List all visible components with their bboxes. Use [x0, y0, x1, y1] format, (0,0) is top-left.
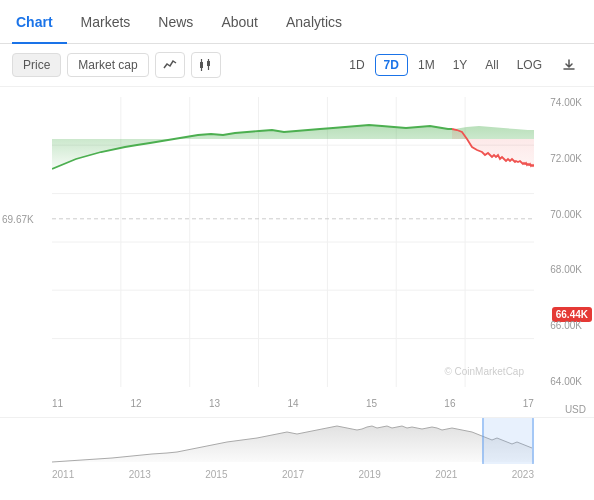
x-axis: 11 12 13 14 15 16 17 [52, 398, 534, 409]
line-chart-icon[interactable] [155, 52, 185, 78]
candle-chart-icon[interactable] [191, 52, 221, 78]
price-toggle[interactable]: Price [12, 53, 61, 77]
time-selector: 1D 7D 1M 1Y All LOG [341, 54, 550, 76]
y-axis: 74.00K 72.00K 70.00K 68.00K 66.00K 64.00… [550, 97, 586, 387]
svg-rect-3 [207, 61, 210, 66]
svg-rect-18 [482, 418, 534, 464]
nav-news[interactable]: News [144, 0, 207, 44]
time-7d[interactable]: 7D [375, 54, 408, 76]
mini-x-axis: 2011 2013 2015 2017 2019 2021 2023 [0, 467, 594, 480]
main-chart-area: 69.67K 66.44K 74.00K 72.00K 70.00K 68.00… [0, 87, 594, 417]
nav-about[interactable]: About [207, 0, 272, 44]
time-1m[interactable]: 1M [410, 55, 443, 75]
time-log[interactable]: LOG [509, 55, 550, 75]
svg-rect-19 [482, 418, 484, 464]
time-1d[interactable]: 1D [341, 55, 372, 75]
nav-analytics[interactable]: Analytics [272, 0, 356, 44]
marketcap-toggle[interactable]: Market cap [67, 53, 148, 77]
currency-label: USD [565, 404, 586, 415]
watermark: © CoinMarketCap [444, 366, 524, 377]
svg-rect-20 [532, 418, 534, 464]
svg-rect-0 [200, 62, 203, 68]
mini-chart [0, 417, 594, 467]
chart-toolbar: Price Market cap 1D 7D 1M 1Y All LOG [0, 44, 594, 87]
nav-markets[interactable]: Markets [67, 0, 145, 44]
main-nav: Chart Markets News About Analytics [0, 0, 594, 44]
chart-inner: 69.67K 66.44K 74.00K 72.00K 70.00K 68.00… [52, 97, 534, 387]
time-1y[interactable]: 1Y [445, 55, 476, 75]
reference-price-label: 69.67K [2, 213, 34, 224]
download-icon[interactable] [556, 52, 582, 78]
nav-chart[interactable]: Chart [12, 0, 67, 44]
time-all[interactable]: All [477, 55, 506, 75]
